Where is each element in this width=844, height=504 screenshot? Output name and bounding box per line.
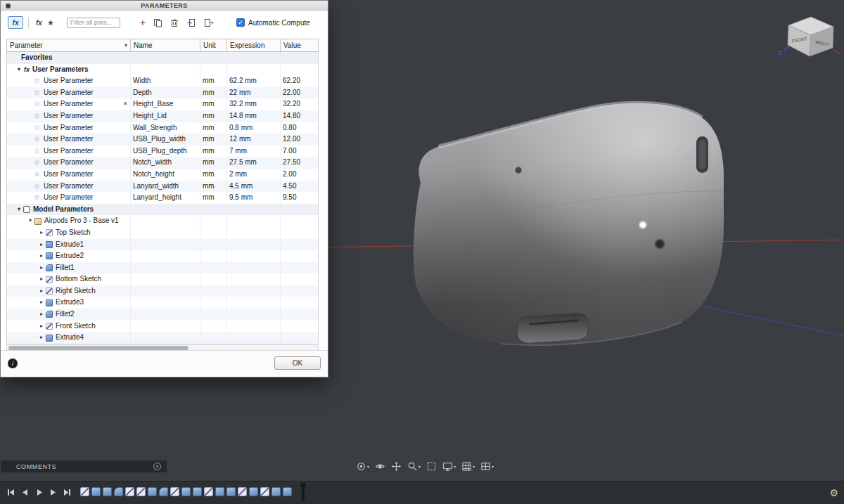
orbit-button[interactable]: ▾ (354, 460, 371, 473)
parameter-row[interactable]: ☆ User Parameter Wall_Strength mm 0.8 mm… (7, 122, 318, 134)
column-header-value[interactable]: Value (281, 39, 318, 51)
timeline-skip-to-start-button[interactable] (6, 487, 16, 498)
user-parameters-group-row[interactable]: ▾ fx User Parameters (7, 64, 318, 76)
view-cube[interactable]: FRONT RIGHT Z (776, 10, 843, 66)
timeline-feature-icon[interactable] (181, 487, 191, 496)
fit-button[interactable] (424, 460, 439, 473)
viewports-caret[interactable]: ▾ (492, 464, 494, 469)
feature-row[interactable]: ▸ Top Sketch (7, 227, 318, 239)
export-parameters-button[interactable] (204, 18, 214, 27)
parameter-expression[interactable]: 9.5 mm (227, 192, 281, 204)
parameter-row[interactable]: ☆ User Parameter USB_Plug_depth mm 7 mm … (7, 146, 318, 157)
timeline-step-back-button[interactable] (20, 487, 30, 498)
column-header-unit[interactable]: Unit (200, 39, 227, 51)
timeline-feature-icon[interactable] (193, 487, 202, 496)
parameter-expression[interactable]: 0.8 mm (227, 122, 281, 134)
copy-parameter-button[interactable] (153, 18, 162, 27)
display-settings-button[interactable]: ▾ (440, 460, 458, 473)
column-header-expression[interactable]: Expression (227, 39, 281, 51)
parameter-name[interactable]: USB_Plug_depth (131, 146, 200, 157)
timeline-position-marker[interactable] (302, 484, 305, 501)
favorite-star-icon[interactable]: ☆ (34, 169, 40, 181)
timeline-feature-icon[interactable] (114, 487, 123, 496)
timeline-settings-gear-icon[interactable]: ⚙ (829, 486, 838, 499)
feature-row[interactable]: ▸ Fillet2 (7, 309, 318, 321)
zoom-flyout-caret[interactable]: ▾ (418, 464, 421, 469)
look-at-button[interactable] (373, 460, 388, 473)
pan-button[interactable] (389, 460, 404, 473)
timeline-feature-icon[interactable] (249, 487, 258, 496)
feature-row[interactable]: ▸ Right Sketch (7, 285, 318, 297)
timeline-feature-icon[interactable] (125, 487, 134, 496)
zoom-button[interactable]: ▾ (405, 460, 423, 473)
feature-expand-chevron[interactable]: ▸ (38, 262, 45, 274)
favorite-star-icon[interactable]: ☆ (34, 192, 40, 204)
parameter-name[interactable]: Notch_height (131, 169, 200, 181)
parameter-row[interactable]: ☆ User Parameter Depth mm 22 mm 22.00 (7, 87, 318, 99)
parameter-row[interactable]: ☆ User Parameter Lanyard_height mm 9.5 m… (7, 192, 318, 204)
automatic-compute-toggle[interactable]: ✓ Automatic Compute (236, 18, 310, 27)
parameter-name[interactable]: Lanyard_width (131, 181, 200, 193)
feature-expand-chevron[interactable]: ▸ (38, 332, 45, 344)
timeline-feature-icon[interactable] (238, 487, 247, 496)
timeline-play-button[interactable] (34, 487, 44, 498)
parameter-row[interactable]: ☆ User Parameter Notch_height mm 2 mm 2.… (7, 169, 318, 181)
parameter-expression[interactable]: 22 mm (227, 87, 281, 99)
parameter-expression[interactable]: 4.5 mm (227, 181, 281, 193)
feature-expand-chevron[interactable]: ▸ (38, 250, 45, 262)
grid-settings-button[interactable]: ▾ (459, 460, 477, 473)
parameter-name[interactable]: Lanyard_height (131, 192, 200, 204)
parameter-row[interactable]: ☆ User Parameter Notch_width mm 27.5 mm … (7, 157, 318, 169)
timeline-feature-icon[interactable] (136, 487, 146, 496)
column-header-name[interactable]: Name (131, 39, 200, 51)
parameter-expression[interactable]: 12 mm (227, 134, 281, 146)
timeline-feature-icon[interactable] (283, 487, 292, 496)
import-parameters-button[interactable] (186, 18, 196, 27)
favorite-star-icon[interactable]: ☆ (34, 146, 40, 157)
component-collapse-chevron[interactable]: ▾ (27, 215, 34, 227)
dialog-close-button[interactable] (6, 4, 11, 8)
timeline-feature-icon[interactable] (159, 487, 168, 496)
favorites-filter-star-icon[interactable]: ★ (44, 18, 57, 27)
3d-model-airpods-case[interactable] (380, 84, 746, 366)
timeline-feature-icon[interactable] (260, 487, 269, 496)
feature-row[interactable]: ▸ Front Sketch (7, 321, 318, 332)
favorite-star-icon[interactable]: ☆ (34, 75, 40, 87)
parameter-filter-input[interactable] (67, 18, 120, 28)
parameter-expression[interactable]: 32.2 mm (227, 98, 281, 110)
favorite-star-icon[interactable]: ☆ (34, 181, 40, 193)
parameter-name[interactable]: Width (131, 75, 200, 87)
timeline-feature-icon[interactable] (91, 487, 101, 496)
parameter-name[interactable]: Height_Lid (131, 110, 200, 122)
feature-row[interactable]: ▸ Extrude3 (7, 297, 318, 309)
parameter-expression[interactable]: 62.2 mm (227, 75, 281, 87)
orbit-flyout-caret[interactable]: ▾ (367, 464, 369, 469)
feature-row[interactable]: ▸ Extrude2 (7, 250, 318, 262)
parameter-row[interactable]: ☆ User Parameter Height_Lid mm 14.8 mm 1… (7, 110, 318, 122)
info-icon[interactable]: i (8, 358, 18, 368)
parameter-name[interactable]: Depth (131, 87, 200, 99)
comments-close-icon[interactable]: × (153, 463, 161, 470)
model-parameters-collapse-chevron[interactable]: ▾ (15, 204, 23, 216)
parameter-name[interactable]: Notch_width (131, 157, 200, 169)
column-header-parameter[interactable]: Parameter ▾ (7, 39, 131, 51)
derived-parameter-fx-button[interactable]: fx (34, 19, 44, 27)
parameter-expression[interactable]: 14.8 mm (227, 110, 281, 122)
dialog-titlebar[interactable]: PARAMETERS (1, 1, 328, 11)
feature-row[interactable]: ▸ Fillet1 (7, 262, 318, 274)
timeline-feature-icon[interactable] (271, 487, 281, 496)
feature-row[interactable]: ▸ Bottom Sketch (7, 273, 318, 285)
timeline-step-forward-button[interactable] (48, 487, 58, 498)
delete-parameter-button[interactable] (170, 18, 179, 27)
ok-button[interactable]: OK (274, 356, 321, 370)
parameter-expression[interactable]: 2 mm (227, 169, 281, 181)
feature-row[interactable]: ▸ Extrude1 (7, 239, 318, 251)
feature-expand-chevron[interactable]: ▸ (38, 309, 45, 321)
comments-panel-bar[interactable]: COMMENTS × (0, 460, 167, 473)
model-parameters-group-row[interactable]: ▾ Model Parameters (7, 204, 318, 216)
timeline-feature-icon[interactable] (170, 487, 179, 496)
timeline-feature-icon[interactable] (215, 487, 224, 496)
automatic-compute-checkbox[interactable]: ✓ (236, 18, 245, 27)
parameter-row[interactable]: ☆ User Parameter × Height_Base mm 32.2 m… (7, 98, 318, 110)
feature-expand-chevron[interactable]: ▸ (38, 321, 45, 332)
